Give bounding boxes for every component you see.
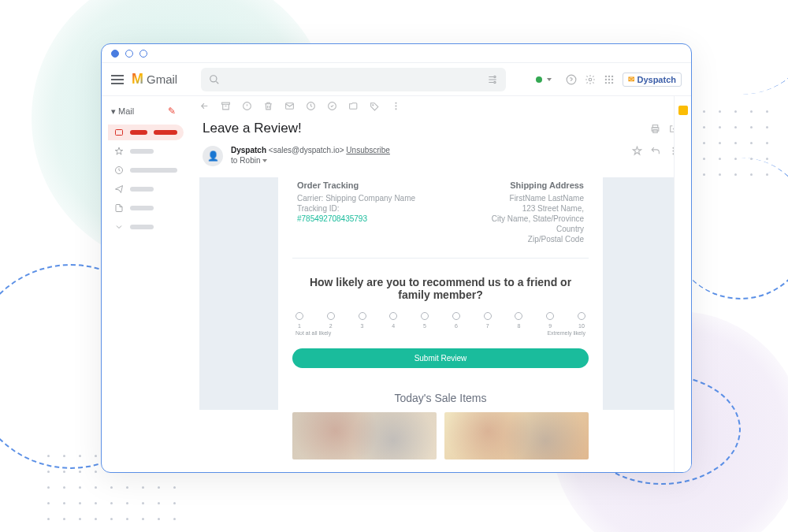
sale-item-image[interactable] — [444, 412, 589, 459]
more-icon[interactable] — [391, 101, 401, 111]
avatar: 👤 — [203, 146, 223, 166]
print-icon[interactable] — [650, 124, 660, 134]
reply-icon[interactable] — [650, 146, 660, 156]
svg-point-10 — [611, 78, 613, 80]
svg-point-0 — [210, 75, 217, 81]
svg-point-12 — [608, 81, 610, 83]
sidebar-item-more[interactable] — [108, 219, 184, 235]
status-indicator[interactable] — [530, 75, 558, 84]
tracking-id-link[interactable]: #785492708435793 — [297, 214, 415, 223]
add-task-icon[interactable] — [327, 101, 337, 111]
nps-option-9[interactable]: 9 — [546, 312, 554, 329]
addons-sidebar — [674, 96, 691, 472]
main-content: Leave a Review! 👤 Dyspatch <sales@dyspat… — [190, 96, 691, 472]
sender-name: Dyspatch — [231, 146, 266, 154]
back-icon[interactable] — [199, 101, 210, 111]
file-icon — [114, 203, 124, 213]
mail-dropdown[interactable]: ▾ Mail ✎ — [108, 101, 184, 121]
gmail-header: MGmail Dyspatch — [102, 63, 691, 96]
browser-window: MGmail Dyspatch ▾ Mail ✎ — [101, 43, 692, 473]
nps-option-8[interactable]: 8 — [515, 312, 522, 329]
search-icon — [209, 74, 220, 85]
nps-option-4[interactable]: 4 — [389, 312, 397, 329]
nps-label-high: Extremely likely — [547, 330, 585, 336]
shipping-title: Shipping Address — [492, 180, 584, 190]
sidebar-item-inbox[interactable] — [108, 125, 184, 140]
nps-question: How likely are you to recommend us to a … — [292, 259, 589, 309]
sidebar-item-drafts[interactable] — [108, 200, 184, 216]
svg-rect-16 — [222, 102, 230, 104]
svg-point-2 — [494, 81, 496, 83]
mark-unread-icon[interactable] — [284, 101, 295, 111]
snooze-icon[interactable] — [306, 101, 316, 111]
email-subject: Leave a Review! — [203, 121, 302, 136]
nps-option-5[interactable]: 5 — [421, 312, 429, 329]
nps-label-low: Not at all likely — [296, 330, 331, 336]
svg-point-21 — [373, 105, 374, 106]
chevron-down-icon — [114, 222, 124, 232]
order-tracking-title: Order Tracking — [297, 180, 415, 190]
sale-title: Today's Sale Items — [292, 379, 589, 412]
svg-point-9 — [608, 78, 610, 80]
sidebar: ▾ Mail ✎ — [102, 96, 190, 472]
chevron-down-icon — [547, 78, 552, 81]
svg-point-5 — [605, 75, 607, 76]
svg-point-24 — [395, 108, 396, 110]
sale-item-image[interactable] — [292, 412, 437, 459]
svg-point-11 — [605, 81, 607, 83]
window-title-bar — [102, 44, 691, 63]
sidebar-item-starred[interactable] — [108, 143, 184, 159]
addon-icon[interactable] — [678, 106, 688, 115]
gear-icon[interactable] — [585, 74, 596, 85]
svg-rect-14 — [116, 130, 123, 136]
svg-point-6 — [608, 75, 610, 76]
submit-review-button[interactable]: Submit Review — [292, 348, 589, 368]
nps-option-3[interactable]: 3 — [359, 312, 366, 329]
delete-icon[interactable] — [263, 101, 273, 111]
archive-icon[interactable] — [221, 101, 231, 111]
window-dot[interactable] — [111, 50, 119, 58]
label-icon[interactable] — [370, 101, 380, 111]
nps-option-1[interactable]: 1 — [296, 312, 303, 329]
sidebar-item-snoozed[interactable] — [108, 162, 184, 178]
dyspatch-badge[interactable]: Dyspatch — [623, 73, 682, 87]
star-icon — [114, 147, 124, 156]
clock-icon — [114, 166, 124, 175]
unsubscribe-link[interactable]: Unsubscribe — [346, 146, 390, 154]
svg-point-7 — [611, 75, 613, 76]
apps-icon[interactable] — [604, 74, 615, 85]
nps-option-6[interactable]: 6 — [452, 312, 460, 329]
decorative-dots — [687, 110, 772, 180]
star-icon[interactable] — [632, 146, 642, 156]
svg-point-3 — [567, 75, 577, 84]
gmail-logo[interactable]: MGmail — [132, 71, 177, 87]
chevron-down-icon — [262, 159, 267, 162]
tune-icon[interactable] — [487, 74, 498, 85]
nps-option-10[interactable]: 10 — [578, 312, 585, 329]
svg-point-23 — [395, 105, 396, 106]
move-icon[interactable] — [348, 101, 359, 111]
window-dot[interactable] — [125, 50, 133, 58]
spam-icon[interactable] — [242, 101, 252, 111]
nps-option-2[interactable]: 2 — [327, 312, 335, 329]
search-input[interactable] — [201, 68, 506, 91]
help-icon[interactable] — [566, 74, 577, 85]
svg-point-4 — [589, 78, 593, 81]
svg-point-22 — [395, 102, 396, 104]
recipient-line[interactable]: to Robin — [231, 156, 624, 165]
sent-icon — [114, 184, 124, 194]
window-dot[interactable] — [139, 50, 147, 58]
email-image-right — [603, 177, 682, 410]
email-toolbar — [190, 96, 691, 116]
app-name: Gmail — [147, 73, 177, 86]
compose-button[interactable]: ✎ — [163, 102, 180, 120]
sidebar-item-sent[interactable] — [108, 181, 184, 197]
sender-email: <sales@dyspatch.io> — [269, 146, 344, 154]
nps-option-7[interactable]: 7 — [484, 312, 492, 329]
svg-point-8 — [605, 78, 607, 80]
menu-icon[interactable] — [111, 75, 124, 84]
svg-point-13 — [611, 81, 613, 83]
nps-scale: 12345678910 — [292, 312, 589, 329]
email-image-left — [199, 177, 278, 410]
svg-point-1 — [494, 76, 496, 77]
